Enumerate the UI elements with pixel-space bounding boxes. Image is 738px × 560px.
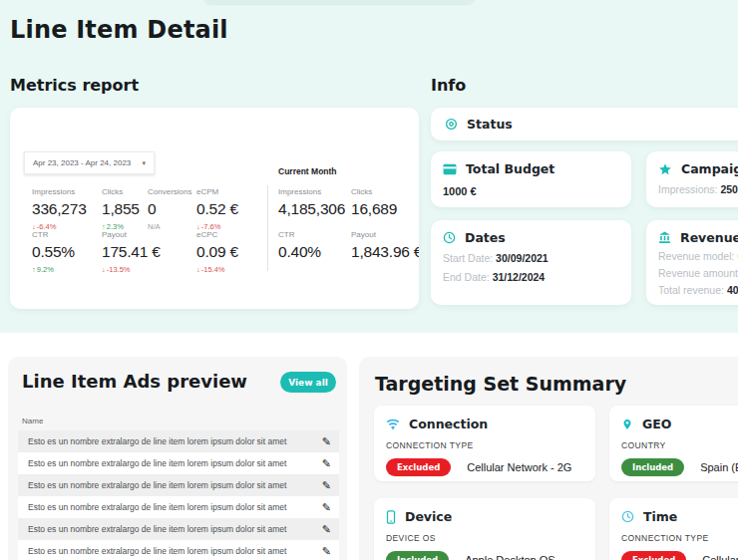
total-budget-value: 1000 € xyxy=(443,185,619,197)
current-month-clicks: Clicks 16,689 xyxy=(351,187,397,218)
current-month-ctr: CTR 0.40% xyxy=(278,230,321,261)
dates-card: Dates Start Date: 30/09/2021 End Date: 3… xyxy=(431,220,631,305)
excluded-badge: Excluded xyxy=(386,458,451,476)
total-budget-card: Total Budget 1000 € xyxy=(431,151,631,207)
revenue-card: Revenue Revenue model: CPM Revenue amoun… xyxy=(646,220,738,305)
time-title: Time xyxy=(643,509,677,524)
stat-ctr: CTR 0.55% ↑9.2% xyxy=(32,230,75,274)
stat-impressions: Impressions 336,273 ↓-6.4% xyxy=(32,187,87,231)
view-all-button[interactable]: View all xyxy=(280,372,336,393)
clock-icon xyxy=(621,510,634,523)
budget-icon xyxy=(443,163,457,175)
top-section: Line Item Detail Metrics report Info Apr… xyxy=(0,0,738,333)
edit-icon[interactable]: ✎ xyxy=(322,546,331,557)
map-pin-icon xyxy=(621,418,633,431)
campaign-goal-title: Campaign goal xyxy=(681,161,738,176)
targeting-summary-title: Targeting Set Summary xyxy=(375,373,626,395)
line-item-row: Esto es un nombre extralargo de line ite… xyxy=(18,518,339,540)
clock-icon xyxy=(443,231,456,244)
campaign-goal-label: Impressions: xyxy=(658,183,720,195)
page-title: Line Item Detail xyxy=(10,16,228,44)
phone-icon xyxy=(386,510,396,524)
stat-ecpm: eCPM 0.52 € ↓-7.6% xyxy=(196,187,238,231)
line-item-row: Esto es un nombre extralargo de line ite… xyxy=(18,452,339,474)
geo-value: Spain (ES) xyxy=(700,461,738,473)
current-month-impressions: Impressions 4,185,306 xyxy=(278,187,345,218)
device-value: Apple Desktop OS xyxy=(465,554,555,560)
included-badge: Included xyxy=(386,551,449,560)
end-date-label: End Date: xyxy=(443,271,493,283)
vertical-divider xyxy=(267,185,268,271)
status-label: Status xyxy=(467,117,513,132)
bottom-section: Line Item Ads preview View all Name Esto… xyxy=(0,333,738,560)
edit-icon[interactable]: ✎ xyxy=(322,524,331,535)
device-title: Device xyxy=(405,509,452,524)
targeting-card-time: Time CONNECTION TYPE Excluded Cellular N… xyxy=(609,498,738,560)
revenue-amount-label: Revenue amount: xyxy=(658,267,738,279)
device-field-label: DEVICE OS xyxy=(386,533,583,543)
wifi-icon xyxy=(386,419,400,430)
stat-ecpc: eCPC 0.09 € ↓-15.4% xyxy=(196,230,238,274)
targeting-summary-card: Targeting Set Summary Connection CONNECT… xyxy=(359,357,738,560)
end-date-value: 31/12/2024 xyxy=(493,271,546,283)
status-icon xyxy=(445,118,458,131)
geo-field-label: COUNTRY xyxy=(621,440,738,450)
targeting-card-geo: GEO COUNTRY Included Spain (ES) xyxy=(609,406,738,481)
time-field-label: CONNECTION TYPE xyxy=(621,533,738,543)
ads-preview-title: Line Item Ads preview xyxy=(22,371,247,392)
total-revenue-label: Total revenue: xyxy=(658,284,727,296)
bank-icon xyxy=(658,231,671,244)
line-item-row: Esto es un nombre extralargo de line ite… xyxy=(18,496,339,518)
line-item-row: Esto es un nombre extralargo de line ite… xyxy=(18,430,339,452)
campaign-goal-card: Campaign goal Impressions: 250.000.000 xyxy=(646,151,738,207)
edit-icon[interactable]: ✎ xyxy=(322,480,331,491)
line-item-row: Esto es un nombre extralargo de line ite… xyxy=(18,474,339,496)
top-edge-cutoff-element xyxy=(203,0,475,4)
stat-payout: Payout 175.41 € ↓-13.5% xyxy=(102,230,161,274)
current-month-label: Current Month xyxy=(278,166,337,176)
start-date-value: 30/09/2021 xyxy=(496,252,549,264)
campaign-goal-value: 250.000.000 xyxy=(720,183,738,195)
edit-icon[interactable]: ✎ xyxy=(322,436,331,447)
targeting-card-device: Device DEVICE OS Included Apple Desktop … xyxy=(374,498,595,560)
current-month-payout: Payout 1,843.96 € xyxy=(351,230,419,261)
stat-clicks: Clicks 1,855 ↑2.3% xyxy=(102,187,140,231)
info-section-title: Info xyxy=(431,76,466,95)
ads-preview-card: Line Item Ads preview View all Name Esto… xyxy=(8,357,347,560)
connection-value: Cellular Network - 2G xyxy=(467,461,571,473)
targeting-card-connection: Connection CONNECTION TYPE Excluded Cell… xyxy=(374,406,595,481)
dates-title: Dates xyxy=(465,230,506,245)
revenue-model-label: Revenue model: xyxy=(658,250,737,262)
stat-conversions: Conversions 0 N/A xyxy=(148,187,191,231)
line-item-row: Esto es un nombre extralargo de line ite… xyxy=(18,540,339,560)
geo-title: GEO xyxy=(642,417,671,431)
start-date-label: Start Date: xyxy=(443,252,496,264)
connection-title: Connection xyxy=(409,417,488,431)
included-badge: Included xyxy=(621,458,684,476)
up-arrow-icon: ↑ xyxy=(32,265,36,274)
date-range-select[interactable]: Apr 23, 2023 - Apr 24, 2023 ▾ xyxy=(24,151,155,174)
down-arrow-icon: ↓ xyxy=(196,265,200,274)
excluded-badge: Excluded xyxy=(621,551,686,560)
total-budget-title: Total Budget xyxy=(466,161,554,176)
total-revenue-value: 400 € xyxy=(727,284,738,296)
down-arrow-icon: ↓ xyxy=(102,265,106,274)
metrics-section-title: Metrics report xyxy=(10,76,139,95)
time-value: Cellular Network - 2G xyxy=(702,554,738,560)
name-column-header: Name xyxy=(22,417,43,425)
revenue-title: Revenue xyxy=(680,230,738,245)
date-range-value: Apr 23, 2023 - Apr 24, 2023 xyxy=(33,158,131,167)
connection-field-label: CONNECTION TYPE xyxy=(386,440,583,450)
chevron-down-icon: ▾ xyxy=(142,159,146,167)
star-icon xyxy=(658,162,672,176)
metrics-report-card: Apr 23, 2023 - Apr 24, 2023 ▾ Impression… xyxy=(10,108,419,309)
edit-icon[interactable]: ✎ xyxy=(322,502,331,513)
edit-icon[interactable]: ✎ xyxy=(322,458,331,469)
status-card: Status xyxy=(431,108,738,140)
